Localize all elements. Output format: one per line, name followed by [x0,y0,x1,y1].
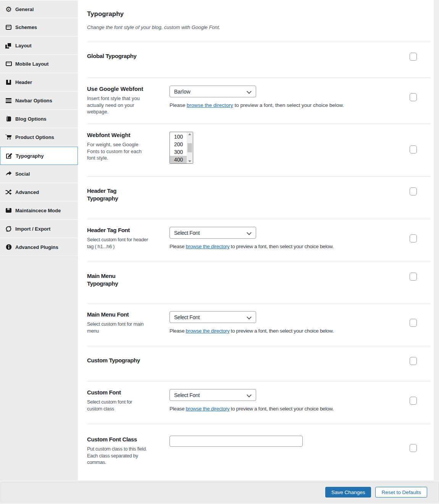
sidebar-item-advanced-plugins[interactable]: Advanced Plugins [0,238,78,257]
custom-font-select[interactable]: Select Font [169,389,256,401]
book-icon [6,116,11,121]
weight-option-300[interactable]: 300 [170,148,187,156]
field-description: Put custom class to this field. Each cla… [87,446,148,465]
sidebar-item-typography[interactable]: Typography [0,147,78,165]
browse-directory-link[interactable]: browse the directory [187,102,233,108]
sidebar-item-label: General [15,6,34,12]
field-label: Header Tag Font [87,226,145,234]
weight-option-100[interactable]: 100 [170,133,187,141]
page-subtitle: Change the font style of your blog, cust… [87,24,431,30]
gear-icon: ⚙ [5,6,12,13]
weight-option-200[interactable]: 200 [170,141,187,148]
field-label: Custom Font [87,389,145,396]
header-tag-font-select[interactable]: Select Font [169,227,256,239]
settings-sidebar: ⚙ General Schemes Layout Mobile Layout H… [0,0,78,480]
sidebar-item-schemes[interactable]: Schemes [0,18,78,37]
tablet-icon [6,61,12,66]
reset-to-defaults-button[interactable]: Reset to Defaults [375,487,427,498]
save-changes-button[interactable]: Save Changes [325,487,371,498]
webfont-weight-checkbox[interactable] [410,145,417,153]
field-description: Select custom font for header tag ( h1..… [87,236,148,250]
sidebar-item-label: Blog Options [15,116,47,122]
sidebar-item-product-options[interactable]: Product Options [0,128,78,147]
section-heading: Custom Typography [87,357,145,364]
main-menu-font-checkbox[interactable] [410,319,417,327]
scroll-up-icon[interactable] [188,133,191,135]
sync-arrows-icon [5,226,12,232]
main-menu-font-select[interactable]: Select Font [169,311,256,323]
sidebar-item-label: Advanced Plugins [15,244,58,250]
info-circle-icon [5,244,12,250]
row-main-menu-typography: Main Menu Typography [87,262,431,304]
shuffle-icon [5,189,12,195]
sidebar-item-blog-options[interactable]: Blog Options [0,110,78,128]
page-header: Typography Change the font style of your… [87,0,431,42]
browse-directory-note: Please browse the directory to preview a… [169,244,431,249]
sidebar-item-mobile-layout[interactable]: Mobile Layout [0,55,78,73]
webfont-weight-listbox[interactable]: 100 200 300 400 [169,132,193,164]
row-custom-font: Custom Font Select custom font for custo… [87,381,431,424]
header-tag-font-checkbox[interactable] [410,234,417,242]
field-label: Main Menu Font [87,311,145,318]
page-title: Typography [87,10,431,18]
sidebar-item-label: Mobile Layout [15,61,48,67]
sidebar-item-label: Maintaincece Mode [15,208,61,213]
select-value: Barlow [174,89,190,95]
select-value: Select Font [174,314,200,320]
field-description: Select custom font for main menu [87,321,148,334]
sidebar-nav-list: ⚙ General Schemes Layout Mobile Layout H… [0,0,78,257]
row-main-menu-font: Main Menu Font Select custom font for ma… [87,304,431,346]
settings-footer: Save Changes Reset to Defaults [0,482,439,502]
custom-typography-checkbox[interactable] [410,357,417,365]
scroll-down-icon[interactable] [188,160,191,162]
sidebar-item-general[interactable]: ⚙ General [0,0,78,18]
custom-font-class-checkbox[interactable] [410,444,417,452]
row-use-google-webfont: Use Google Webfont Insert font style tha… [87,78,431,124]
header-icon [6,80,11,85]
chevron-down-icon [247,393,252,397]
sidebar-item-label: Typography [16,153,44,159]
sidebar-item-header[interactable]: Header [0,73,78,92]
sidebar-item-label: Product Options [15,134,54,140]
browse-directory-link[interactable]: browse the directory [186,406,230,412]
screen-icon [6,25,11,30]
sidebar-item-layout[interactable]: Layout [0,37,78,55]
google-webfont-select[interactable]: Barlow [169,86,256,97]
main-menu-typography-checkbox[interactable] [410,273,417,281]
sidebar-item-import-export[interactable]: Import / Export [0,220,78,238]
field-label: Webfont Weight [87,131,145,139]
sidebar-item-maintenance-mode[interactable]: Maintaincece Mode [0,202,78,220]
cart-icon [5,134,12,141]
menu-bars-icon [6,98,11,103]
sidebar-item-navbar-options[interactable]: Navbar Options [0,92,78,110]
field-description: Select custom font for custom class [87,399,148,412]
custom-font-checkbox[interactable] [410,397,417,405]
typography-settings-panel: Typography Change the font style of your… [78,0,434,480]
scroll-thumb[interactable] [187,143,192,152]
header-tag-typography-checkbox[interactable] [410,187,417,195]
chevron-down-icon [247,315,252,320]
row-global-typography: Global Typography [87,42,431,78]
global-typography-checkbox[interactable] [410,53,417,61]
browse-directory-link[interactable]: browse the directory [186,328,230,334]
sidebar-item-label: Import / Export [15,226,50,232]
sidebar-item-label: Advanced [15,189,39,195]
sidebar-item-label: Social [15,171,30,177]
sidebar-item-label: Schemes [15,24,37,30]
edit-pencil-icon [6,153,12,159]
section-heading: Main Menu Typography [87,272,145,288]
custom-font-class-input[interactable] [169,436,303,447]
listbox-scrollbar[interactable] [187,132,193,163]
maintenance-screen-icon [6,208,11,213]
sidebar-item-social[interactable]: Social [0,165,78,183]
row-webfont-weight: Webfont Weight For weight, see Google Fo… [87,124,431,177]
row-header-tag-typography: Header Tag Typography [87,177,431,219]
field-description: Insert font style that you actually need… [87,95,148,115]
share-arrow-icon [5,171,12,177]
sidebar-item-advanced[interactable]: Advanced [0,183,78,202]
section-heading: Global Typography [87,52,145,60]
browse-directory-link[interactable]: browse the directory [186,244,230,249]
use-google-webfont-checkbox[interactable] [410,93,417,101]
weight-option-400-selected[interactable]: 400 [170,156,187,163]
select-value: Select Font [174,392,200,398]
